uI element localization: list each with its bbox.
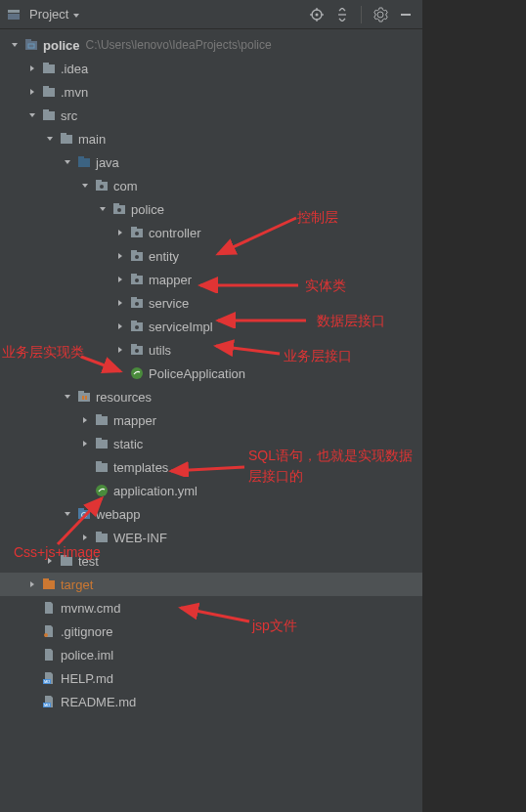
node-label: templates [113, 460, 168, 475]
tree-item-res-mapper[interactable]: mapper [0, 408, 422, 432]
tree-item-idea[interactable]: .idea [0, 57, 422, 80]
tree-item-help[interactable]: MD HELP.md [0, 666, 422, 690]
folder-icon [94, 459, 110, 475]
chevron-right-icon [78, 437, 92, 450]
folder-icon [94, 412, 110, 428]
source-folder-icon [76, 154, 92, 170]
node-label: mapper [149, 273, 192, 287]
node-label: WEB-INF [113, 531, 167, 545]
folder-icon [94, 530, 110, 545]
node-label: entity [149, 249, 179, 264]
svg-rect-10 [25, 41, 37, 50]
resources-folder-icon [76, 389, 92, 405]
package-icon [129, 272, 145, 287]
svg-rect-0 [8, 10, 20, 13]
node-label: target [61, 577, 93, 592]
svg-rect-11 [25, 39, 31, 42]
expand-all-icon[interactable] [331, 4, 353, 25]
tree-item-target[interactable]: target [0, 573, 422, 596]
svg-rect-42 [131, 321, 137, 323]
tree-item-controller[interactable]: controller [0, 221, 422, 244]
project-panel: Project police C:\Users\lenovo\IdeaProje… [0, 0, 422, 812]
chevron-down-icon [78, 179, 92, 192]
node-label: serviceImpl [149, 320, 213, 334]
tree-item-mvn[interactable]: .mvn [0, 80, 422, 104]
svg-rect-45 [131, 344, 137, 347]
svg-point-58 [96, 485, 108, 496]
node-label: HELP.md [61, 671, 113, 686]
locate-icon[interactable] [306, 4, 328, 25]
svg-rect-30 [131, 227, 137, 230]
chevron-right-icon [43, 554, 57, 568]
node-label: .gitignore [61, 624, 112, 639]
svg-rect-18 [43, 109, 49, 112]
tree-item-com[interactable]: com [0, 174, 422, 197]
node-label: service [149, 296, 189, 311]
module-icon [23, 37, 39, 53]
package-icon [129, 319, 145, 334]
chevron-right-icon [113, 249, 127, 263]
folder-icon [41, 61, 57, 76]
svg-point-68 [44, 633, 48, 637]
chevron-down-icon [96, 202, 110, 216]
tree-item-mvnw[interactable]: mvnw.cmd [0, 596, 422, 620]
spring-config-icon [94, 483, 110, 498]
folder-icon [59, 553, 74, 569]
svg-text:MD: MD [44, 703, 50, 707]
svg-rect-39 [131, 297, 137, 300]
node-label: com [113, 179, 138, 193]
node-label: mapper [113, 413, 156, 428]
tree-item-service[interactable]: service [0, 291, 422, 315]
minimize-icon[interactable] [395, 4, 416, 25]
tree-item-webapp[interactable]: webapp [0, 502, 422, 526]
tree-item-entity[interactable]: entity [0, 244, 422, 268]
tree-item-police-pkg[interactable]: police [0, 197, 422, 221]
svg-rect-22 [78, 156, 84, 159]
node-label: mvnw.cmd [61, 601, 120, 616]
node-label: police [131, 202, 164, 217]
tree-item-appyml[interactable]: application.yml [0, 479, 422, 502]
svg-rect-66 [43, 580, 55, 589]
tree-item-templates[interactable]: templates [0, 455, 422, 479]
tree-item-src[interactable]: src [0, 104, 422, 127]
tree-item-iml[interactable]: police.iml [0, 643, 422, 666]
svg-rect-14 [43, 63, 49, 65]
node-label: java [96, 155, 119, 170]
tree-root-police[interactable]: police C:\Users\lenovo\IdeaProjects\poli… [0, 33, 422, 57]
package-icon [94, 178, 110, 193]
tree-item-test[interactable]: test [0, 549, 422, 573]
chevron-right-icon [25, 85, 39, 99]
svg-rect-50 [82, 396, 84, 400]
markdown-icon: MD [41, 694, 57, 709]
project-selector[interactable]: Project [6, 6, 80, 23]
tree-item-gitignore[interactable]: .gitignore [0, 620, 422, 643]
tree-item-resources[interactable]: resources [0, 385, 422, 408]
chevron-right-icon [78, 531, 92, 544]
chevron-down-icon [8, 38, 22, 52]
svg-rect-24 [96, 180, 102, 183]
svg-rect-17 [43, 111, 55, 120]
chevron-down-icon [61, 155, 74, 169]
tree-item-utils[interactable]: utils [0, 338, 422, 362]
package-icon [129, 248, 145, 264]
project-view-icon [6, 7, 22, 22]
tree-item-readme[interactable]: MD README.md [0, 690, 422, 713]
folder-icon [94, 436, 110, 451]
spring-class-icon [129, 365, 145, 381]
svg-rect-67 [43, 578, 49, 581]
tree-item-serviceimpl[interactable]: serviceImpl [0, 315, 422, 338]
svg-rect-27 [113, 203, 119, 206]
tree-item-webinf[interactable]: WEB-INF [0, 526, 422, 549]
node-label: src [61, 108, 77, 123]
tree-item-mapper[interactable]: mapper [0, 268, 422, 291]
svg-rect-1 [8, 14, 20, 20]
tree-item-static[interactable]: static [0, 432, 422, 455]
node-label: controller [149, 226, 200, 240]
tree-item-java[interactable]: java [0, 150, 422, 174]
svg-rect-62 [96, 534, 108, 542]
tree-item-main[interactable]: main [0, 127, 422, 150]
svg-rect-54 [96, 440, 108, 449]
gear-icon[interactable] [370, 4, 391, 25]
svg-rect-36 [131, 274, 137, 277]
tree-item-policeapp[interactable]: PoliceApplication [0, 362, 422, 385]
